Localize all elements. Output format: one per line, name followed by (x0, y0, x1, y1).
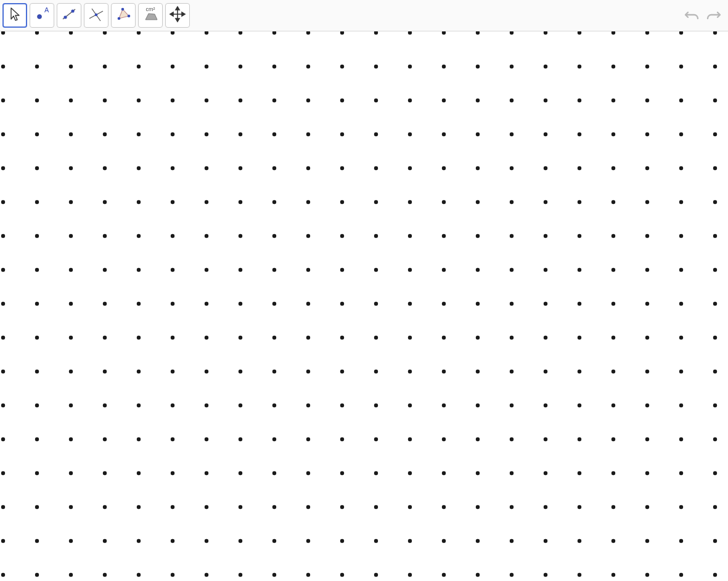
grid-dot (578, 268, 581, 272)
grid-dot (103, 166, 107, 170)
grid-dot (239, 437, 242, 441)
grid-dot (306, 370, 310, 373)
svg-point-8 (118, 17, 121, 20)
grid-dot (679, 539, 683, 543)
grid-dot (442, 200, 446, 204)
grid-dot (713, 404, 717, 407)
grid-dot (510, 505, 513, 509)
grid-dot (578, 505, 581, 509)
grid-dot (679, 302, 683, 306)
grid-dot (645, 132, 649, 136)
move-tool-button[interactable] (2, 3, 27, 28)
area-icon: cm² (141, 5, 160, 26)
grid-dot (442, 404, 446, 407)
grid-dot (544, 471, 547, 475)
grid-dot (442, 65, 446, 68)
grid-dot (306, 99, 310, 102)
grid-dot (611, 302, 615, 306)
grid-dot (69, 404, 73, 407)
svg-point-10 (128, 15, 131, 18)
grid-dot (544, 370, 547, 373)
grid-dot (408, 336, 412, 339)
graphics-canvas[interactable] (0, 31, 728, 581)
grid-dot (544, 539, 547, 543)
grid-dot (239, 200, 242, 204)
grid-dot (476, 404, 480, 407)
grid-dot (205, 166, 208, 170)
grid-dot (611, 404, 615, 407)
grid-dot (1, 539, 5, 543)
grid-dot (137, 539, 141, 543)
grid-dot (69, 370, 73, 373)
grid-dot (137, 132, 141, 136)
grid-dot (35, 200, 39, 204)
grid-dot (713, 437, 717, 441)
redo-button[interactable] (703, 6, 723, 25)
grid-dot (578, 132, 581, 136)
grid-dot (578, 234, 581, 238)
grid-dot (171, 336, 174, 339)
grid-dot (645, 302, 649, 306)
grid-dot (306, 302, 310, 306)
undo-icon (684, 6, 700, 25)
grid-dot (35, 336, 39, 339)
grid-dot (137, 65, 141, 68)
grid-dot (544, 336, 547, 339)
grid-dot (544, 99, 547, 102)
grid-dot (679, 65, 683, 68)
grid-dot (272, 302, 276, 306)
grid-dot (35, 437, 39, 441)
grid-dot (1, 505, 5, 509)
grid-dot (137, 31, 141, 35)
grid-dot (340, 234, 344, 238)
perpendicular-tool-button[interactable] (84, 3, 108, 28)
grid-dot (205, 539, 208, 543)
grid-dot (408, 370, 412, 373)
grid-dot (103, 302, 107, 306)
grid-dot (239, 65, 242, 68)
polygon-tool-button[interactable] (111, 3, 136, 28)
grid-dot (476, 302, 480, 306)
grid-dot (69, 268, 73, 272)
dot-grid (0, 31, 728, 581)
grid-dot (171, 505, 174, 509)
grid-dot (476, 31, 480, 35)
grid-dot (69, 471, 73, 475)
grid-dot (645, 370, 649, 373)
grid-dot (578, 31, 581, 35)
grid-dot (578, 370, 581, 373)
grid-dot (340, 200, 344, 204)
grid-dot (510, 404, 513, 407)
grid-dot (306, 336, 310, 339)
point-tool-button[interactable]: A (30, 3, 54, 28)
grid-dot (171, 404, 174, 407)
grid-dot (205, 370, 208, 373)
grid-dot (35, 302, 39, 306)
grid-dot (578, 437, 581, 441)
grid-dot (69, 234, 73, 238)
grid-dot (374, 573, 378, 577)
move-view-tool-button[interactable] (165, 3, 190, 28)
grid-dot (611, 471, 615, 475)
grid-dot (340, 99, 344, 102)
grid-dot (578, 166, 581, 170)
area-tool-button[interactable]: cm² (138, 3, 163, 28)
grid-dot (35, 31, 39, 35)
grid-dot (374, 336, 378, 339)
grid-dot (374, 200, 378, 204)
grid-dot (578, 573, 581, 577)
grid-dot (510, 132, 513, 136)
grid-dot (239, 505, 242, 509)
grid-dot (340, 437, 344, 441)
grid-dot (103, 573, 107, 577)
line-tool-button[interactable] (57, 3, 81, 28)
grid-dot (69, 99, 73, 102)
grid-dot (408, 505, 412, 509)
grid-dot (272, 370, 276, 373)
grid-dot (611, 132, 615, 136)
point-label-a: A (44, 6, 49, 14)
grid-dot (679, 437, 683, 441)
grid-dot (340, 539, 344, 543)
undo-button[interactable] (682, 6, 702, 25)
grid-dot (408, 302, 412, 306)
